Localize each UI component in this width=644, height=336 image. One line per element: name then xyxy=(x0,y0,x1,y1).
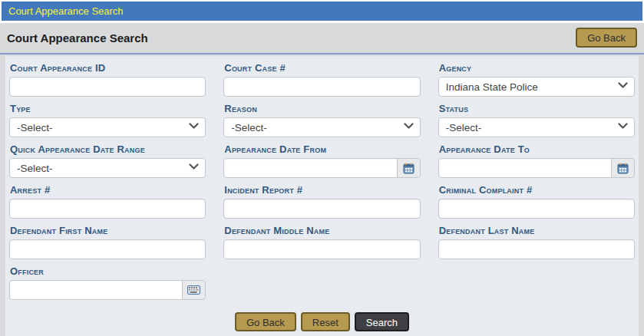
appearance-date-from-calendar-button[interactable] xyxy=(397,158,421,178)
field-court-appearance-id: Court Appearance ID xyxy=(9,61,206,97)
keyboard-icon xyxy=(187,285,200,295)
agency-label: Agency xyxy=(439,63,635,74)
field-appearance-date-to: Appearance Date To xyxy=(438,143,635,178)
field-appearance-date-from: Appearance Date From xyxy=(223,143,420,178)
court-appearance-id-label: Court Appearance ID xyxy=(10,63,206,74)
appearance-date-to-calendar-button[interactable] xyxy=(611,158,635,178)
officer-input[interactable] xyxy=(9,280,183,300)
search-form: Court Appearance ID Court Case # Agency … xyxy=(8,61,636,331)
page-content: Court Appearance ID Court Case # Agency … xyxy=(0,54,644,336)
defendant-middle-name-input[interactable] xyxy=(223,239,420,259)
officer-lookup-button[interactable] xyxy=(182,280,206,300)
defendant-first-name-input[interactable] xyxy=(9,239,206,259)
defendant-last-name-label: Defendant Last Name xyxy=(439,226,635,236)
field-criminal-complaint: Criminal Complaint # xyxy=(438,183,635,219)
type-label: Type xyxy=(10,104,206,114)
criminal-complaint-input[interactable] xyxy=(438,199,635,219)
field-court-case: Court Case # xyxy=(223,61,420,97)
appearance-date-from-label: Appearance Date From xyxy=(224,144,420,155)
criminal-complaint-label: Criminal Complaint # xyxy=(439,185,635,196)
defendant-middle-name-label: Defendant Middle Name xyxy=(224,226,420,236)
field-status: Status -Select- xyxy=(438,102,635,137)
court-case-label: Court Case # xyxy=(224,63,420,74)
search-button[interactable]: Search xyxy=(355,312,409,331)
incident-report-label: Incident Report # xyxy=(224,185,420,196)
status-label: Status xyxy=(439,104,635,114)
field-defendant-middle-name: Defendant Middle Name xyxy=(223,224,420,259)
app-title-bar: Court Appearance Search xyxy=(2,2,642,21)
appearance-date-to-label: Appearance Date To xyxy=(439,144,635,155)
incident-report-input[interactable] xyxy=(223,199,420,219)
field-type: Type -Select- xyxy=(9,102,206,137)
calendar-icon xyxy=(403,163,414,174)
court-case-input[interactable] xyxy=(223,77,420,97)
reason-label: Reason xyxy=(224,104,420,114)
status-select[interactable]: -Select- xyxy=(438,117,635,137)
appearance-date-from-input[interactable] xyxy=(223,158,397,178)
go-back-button[interactable]: Go Back xyxy=(235,312,296,331)
appearance-date-to-input[interactable] xyxy=(438,158,612,178)
calendar-icon xyxy=(617,163,629,174)
defendant-last-name-input[interactable] xyxy=(438,239,635,259)
arrest-label: Arrest # xyxy=(10,185,206,196)
reset-button[interactable]: Reset xyxy=(301,312,350,331)
form-actions: Go Back Reset Search xyxy=(9,312,635,331)
page-header: Court Appearance Search Go Back xyxy=(0,23,644,53)
court-appearance-id-input[interactable] xyxy=(9,77,206,97)
field-arrest: Arrest # xyxy=(9,183,206,219)
defendant-first-name-label: Defendant First Name xyxy=(10,226,206,236)
officer-label: Officer xyxy=(10,266,206,277)
field-incident-report: Incident Report # xyxy=(223,183,420,219)
quick-appearance-date-range-select[interactable]: -Select- xyxy=(9,158,206,178)
type-select[interactable]: -Select- xyxy=(9,117,206,137)
field-quick-appearance-date-range: Quick Appearance Date Range -Select- xyxy=(9,143,206,178)
field-agency: Agency Indiana State Police xyxy=(438,61,635,97)
field-defendant-first-name: Defendant First Name xyxy=(9,224,206,259)
field-reason: Reason -Select- xyxy=(223,102,420,137)
reason-select[interactable]: -Select- xyxy=(223,117,420,137)
page-title: Court Appearance Search xyxy=(7,31,148,44)
go-back-button-top[interactable]: Go Back xyxy=(576,28,637,48)
arrest-input[interactable] xyxy=(9,199,206,219)
quick-appearance-date-range-label: Quick Appearance Date Range xyxy=(10,144,206,155)
field-defendant-last-name: Defendant Last Name xyxy=(438,224,635,259)
agency-select[interactable]: Indiana State Police xyxy=(438,77,635,97)
field-officer: Officer xyxy=(9,265,206,300)
search-form-panel: Court Appearance ID Court Case # Agency … xyxy=(5,56,639,336)
app-title: Court Appearance Search xyxy=(8,5,124,17)
